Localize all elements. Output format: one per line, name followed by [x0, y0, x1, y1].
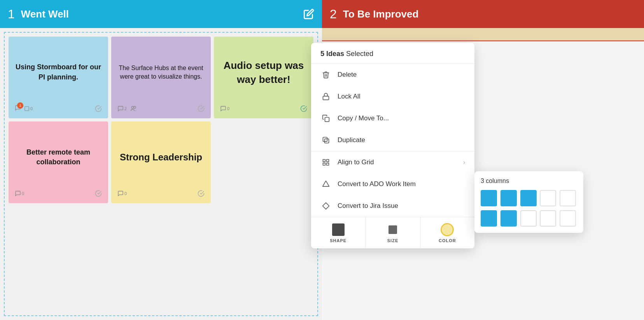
people-icon-2 [130, 105, 137, 112]
sticky-note-2-text: The Surface Hubs at the event were great… [117, 43, 205, 102]
align-grid-submenu: 3 columns [474, 171, 583, 233]
menu-item-convert-jira[interactable]: Convert to Jira Issue [311, 195, 474, 217]
svg-rect-10 [323, 163, 326, 165]
trash-icon [320, 69, 331, 80]
svg-rect-4 [323, 96, 329, 100]
svg-rect-6 [325, 139, 329, 143]
grid-cell-1-4[interactable] [540, 190, 556, 206]
convert-jira-label: Convert to Jira Issue [338, 202, 465, 210]
delete-label: Delete [338, 71, 465, 79]
shape-icon [331, 223, 345, 237]
sticky-note-5-footer: 0 [117, 190, 205, 197]
grid-cell-1-5[interactable] [560, 190, 576, 206]
sticky-note-2[interactable]: The Surface Hubs at the event were great… [111, 37, 211, 118]
sticky-note-4[interactable]: Better remote team collaboration 0 [9, 121, 108, 203]
grid-cell-1-3[interactable] [520, 190, 537, 206]
svg-marker-13 [323, 203, 329, 209]
align-grid-label: Align to Grid [338, 158, 463, 166]
svg-point-2 [134, 106, 136, 108]
column-1-header: 1 Went Well [0, 0, 322, 28]
menu-item-duplicate[interactable]: Duplicate [311, 129, 474, 151]
color-icon [440, 223, 454, 237]
grid-cell-2-5[interactable] [560, 210, 576, 227]
attachment-icon-1[interactable]: 0 [24, 106, 33, 111]
submenu-grid-row2 [481, 210, 577, 227]
svg-rect-5 [325, 118, 329, 122]
column-went-well: 1 Went Well Using Stormboard for our PI … [0, 0, 322, 320]
svg-rect-0 [25, 106, 29, 111]
sticky-note-5-text: Strong Leadership [117, 128, 205, 187]
column-2-top-strip [322, 28, 644, 41]
duplicate-icon [320, 135, 331, 146]
duplicate-label: Duplicate [338, 136, 465, 144]
sticky-note-5[interactable]: Strong Leadership 0 [111, 121, 211, 203]
sticky-note-2-footer: 2 [117, 105, 205, 112]
size-icon [386, 223, 400, 237]
footer-size[interactable]: SIZE [366, 217, 420, 248]
grid-cell-2-3[interactable] [520, 210, 537, 227]
sticky-note-3-footer: 0 [220, 105, 307, 112]
sticky-grid: Using Stormboard for our PI planning. 1 [9, 37, 313, 203]
size-label: SIZE [387, 238, 398, 243]
menu-item-align-grid[interactable]: Align to Grid › [311, 151, 474, 173]
column-2-number: 2 [330, 7, 337, 21]
column-1-number: 1 [8, 7, 15, 21]
convert-ado-label: Convert to ADO Work Item [338, 180, 465, 188]
sticky-note-1-actions: 1 0 [15, 105, 33, 112]
menu-item-copy-move[interactable]: Copy / Move To... [311, 107, 474, 129]
grid-cell-2-1[interactable] [481, 210, 497, 227]
copy-icon [320, 113, 331, 124]
check-icon-4[interactable] [95, 190, 102, 197]
grid-cell-1-1[interactable] [481, 190, 497, 206]
sticky-note-1[interactable]: Using Stormboard for our PI planning. 1 [9, 37, 108, 118]
align-grid-chevron: › [463, 159, 465, 166]
context-menu-footer: SHAPE SIZE COLOR [311, 217, 474, 248]
footer-color[interactable]: COLOR [420, 217, 474, 248]
edit-icon[interactable] [303, 9, 314, 19]
sticky-note-3[interactable]: Audio setup was way better! 0 [214, 37, 313, 118]
context-menu-count: 5 [320, 50, 324, 58]
svg-point-1 [131, 106, 133, 108]
check-icon-5[interactable] [198, 190, 205, 197]
comment-icon-2[interactable]: 2 [117, 105, 127, 112]
menu-item-convert-ado[interactable]: Convert to ADO Work Item [311, 173, 474, 195]
comment-icon-5[interactable]: 0 [117, 190, 127, 197]
column-1-board: Using Stormboard for our PI planning. 1 [4, 32, 318, 316]
grid-icon [320, 157, 331, 168]
menu-item-delete[interactable]: Delete [311, 64, 474, 86]
column-2-header: 2 To Be Improved [322, 0, 644, 28]
check-icon-1[interactable] [95, 105, 102, 112]
column-2-title: To Be Improved [343, 8, 636, 20]
svg-rect-9 [327, 160, 329, 162]
ado-icon [320, 179, 331, 190]
footer-shape[interactable]: SHAPE [311, 217, 366, 248]
svg-rect-11 [327, 163, 329, 165]
column-1-title: Went Well [21, 8, 303, 20]
context-menu: 5 Ideas Selected Delete Lock All Copy / … [311, 43, 474, 248]
comment-icon-4[interactable]: 0 [15, 190, 24, 197]
submenu-title: 3 columns [481, 178, 577, 185]
check-icon-3[interactable] [300, 105, 307, 112]
grid-cell-2-4[interactable] [540, 210, 556, 227]
grid-cell-1-2[interactable] [500, 190, 517, 206]
sticky-note-4-footer: 0 [15, 190, 102, 197]
copy-move-label: Copy / Move To... [338, 114, 465, 122]
sticky-note-3-text: Audio setup was way better! [220, 43, 307, 102]
sticky-note-4-text: Better remote team collaboration [15, 128, 102, 187]
jira-icon [320, 200, 331, 211]
comment-icon-3[interactable]: 0 [220, 105, 229, 112]
context-menu-header: 5 Ideas Selected [311, 43, 474, 64]
sticky-note-1-text: Using Stormboard for our PI planning. [15, 43, 102, 102]
grid-cell-2-2[interactable] [500, 210, 517, 227]
submenu-grid-row1 [481, 190, 577, 206]
context-menu-selected-label: Selected [346, 50, 373, 58]
color-label: COLOR [439, 238, 456, 243]
context-menu-count-label: Ideas [326, 50, 344, 58]
svg-rect-8 [323, 160, 326, 162]
menu-item-lock-all[interactable]: Lock All [311, 86, 474, 107]
comment-icon-1[interactable]: 1 [15, 105, 21, 112]
check-icon-2[interactable] [198, 105, 205, 112]
lock-all-label: Lock All [338, 93, 465, 100]
svg-marker-12 [323, 181, 329, 186]
svg-rect-7 [323, 137, 327, 142]
